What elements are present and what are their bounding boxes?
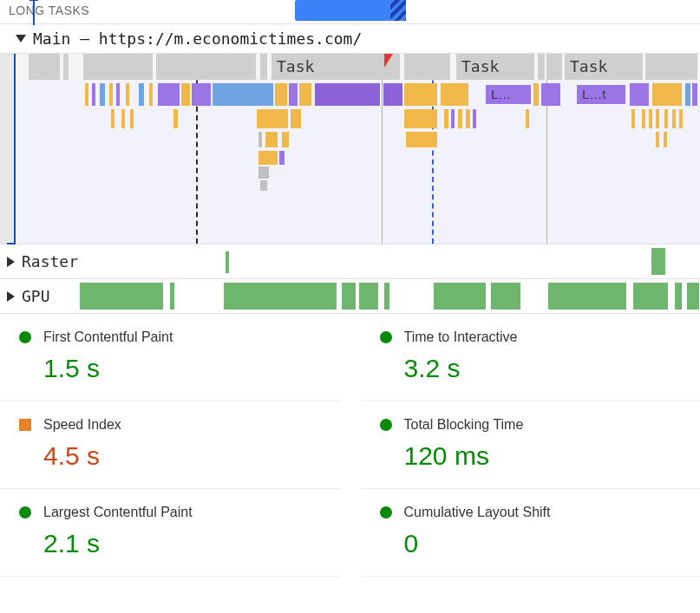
flame-segment[interactable]	[664, 132, 667, 147]
task-block[interactable]	[29, 54, 60, 80]
flame-segment[interactable]	[664, 109, 668, 128]
task-block[interactable]	[63, 54, 69, 80]
gpu-segment[interactable]	[80, 283, 163, 310]
flame-segment[interactable]	[149, 83, 153, 106]
gpu-segment[interactable]	[687, 283, 699, 310]
gpu-track[interactable]: GPU	[0, 279, 700, 314]
flame-segment[interactable]	[406, 132, 437, 147]
flame-segment[interactable]	[85, 83, 88, 106]
task-block[interactable]	[645, 54, 697, 80]
flame-segment[interactable]	[630, 83, 649, 106]
raster-segment[interactable]	[226, 251, 229, 273]
metric-label: Speed Index	[43, 417, 121, 433]
task-block[interactable]	[83, 54, 153, 80]
metric-fcp: First Contentful Paint 1.5 s	[0, 314, 340, 401]
raster-track[interactable]: Raster	[0, 245, 700, 279]
flame-segment[interactable]	[679, 109, 683, 128]
metric-tbt: Total Blocking Time 120 ms	[361, 401, 701, 489]
flame-segment[interactable]	[541, 83, 560, 106]
gpu-segment[interactable]	[384, 283, 389, 310]
gpu-segment[interactable]	[170, 283, 174, 310]
flame-call[interactable]: L…t	[577, 85, 625, 104]
task-block[interactable]: Task	[456, 54, 534, 80]
main-thread-header[interactable]: Main — https://m.economictimes.com/	[0, 24, 700, 54]
time-marker	[33, 0, 35, 25]
gpu-segment[interactable]	[675, 283, 682, 310]
gpu-label: GPU	[22, 287, 50, 305]
long-task-hatch	[390, 0, 406, 21]
gpu-segment[interactable]	[633, 283, 668, 310]
flame-segment[interactable]	[672, 109, 676, 128]
flame-segment[interactable]	[158, 83, 180, 106]
flame-segment[interactable]	[260, 180, 267, 191]
chevron-right-icon	[7, 291, 15, 302]
flame-segment[interactable]	[126, 83, 129, 106]
flame-segment[interactable]	[121, 109, 125, 128]
metric-label: Time to Interactive	[404, 329, 518, 345]
task-label: Task	[277, 57, 314, 75]
flame-segment[interactable]	[258, 166, 269, 179]
flame-segment[interactable]	[451, 109, 455, 128]
flame-segment[interactable]	[526, 109, 529, 128]
flame-segment[interactable]	[441, 83, 468, 106]
flame-segment[interactable]	[265, 132, 278, 147]
metric-tti: Time to Interactive 3.2 s	[361, 314, 701, 401]
flame-segment[interactable]	[279, 151, 285, 165]
flame-segment[interactable]	[444, 109, 448, 128]
task-block[interactable]	[260, 54, 267, 80]
flame-segment[interactable]	[404, 109, 437, 128]
flame-segment[interactable]	[130, 109, 134, 128]
metric-si: Speed Index 4.5 s	[0, 401, 340, 489]
flame-chart[interactable]: Task Task Task L… L…t	[0, 54, 700, 245]
flame-segment[interactable]	[111, 109, 114, 128]
gpu-segment[interactable]	[359, 283, 378, 310]
task-block[interactable]: Task	[565, 54, 643, 80]
flame-segment[interactable]	[282, 132, 289, 147]
gpu-segment[interactable]	[342, 283, 356, 310]
task-block[interactable]	[546, 54, 562, 80]
task-block[interactable]	[404, 54, 450, 80]
flame-segment[interactable]	[533, 83, 539, 106]
flame-segment[interactable]	[383, 83, 402, 106]
flame-segment[interactable]	[213, 83, 273, 106]
flame-segment[interactable]	[275, 83, 287, 106]
task-block[interactable]: Task	[271, 54, 400, 80]
raster-segment[interactable]	[651, 248, 665, 275]
flame-segment[interactable]	[649, 109, 652, 128]
flame-segment[interactable]	[656, 132, 659, 147]
gpu-segment[interactable]	[548, 283, 626, 310]
flame-segment[interactable]	[642, 109, 645, 128]
long-task-block[interactable]	[295, 0, 406, 21]
flame-segment[interactable]	[299, 83, 311, 106]
flame-segment[interactable]	[473, 109, 476, 128]
flame-segment[interactable]	[100, 83, 105, 106]
task-block[interactable]	[538, 54, 545, 80]
gpu-segment[interactable]	[491, 283, 520, 310]
flame-segment[interactable]	[692, 83, 697, 106]
flame-segment[interactable]	[466, 109, 470, 128]
gpu-segment[interactable]	[434, 283, 486, 310]
flame-segment[interactable]	[652, 83, 682, 106]
flame-segment[interactable]	[458, 109, 462, 128]
long-task-indicator-icon	[384, 54, 393, 68]
flame-segment[interactable]	[116, 83, 120, 106]
flame-segment[interactable]	[656, 109, 659, 128]
flame-segment[interactable]	[258, 151, 278, 165]
flame-segment[interactable]	[291, 109, 301, 128]
flame-segment[interactable]	[631, 109, 635, 128]
flame-segment[interactable]	[404, 83, 437, 106]
flame-segment[interactable]	[289, 83, 298, 106]
flame-segment[interactable]	[192, 83, 211, 106]
flame-call[interactable]: L…	[486, 85, 531, 104]
flame-segment[interactable]	[173, 109, 178, 128]
flame-segment[interactable]	[258, 132, 262, 147]
flame-segment[interactable]	[257, 109, 288, 128]
flame-segment[interactable]	[92, 83, 95, 106]
flame-segment[interactable]	[315, 83, 380, 106]
flame-segment[interactable]	[109, 83, 113, 106]
gpu-segment[interactable]	[224, 283, 337, 310]
flame-segment[interactable]	[139, 83, 144, 106]
flame-segment[interactable]	[685, 83, 690, 106]
task-block[interactable]	[156, 54, 256, 80]
flame-segment[interactable]	[181, 83, 190, 106]
